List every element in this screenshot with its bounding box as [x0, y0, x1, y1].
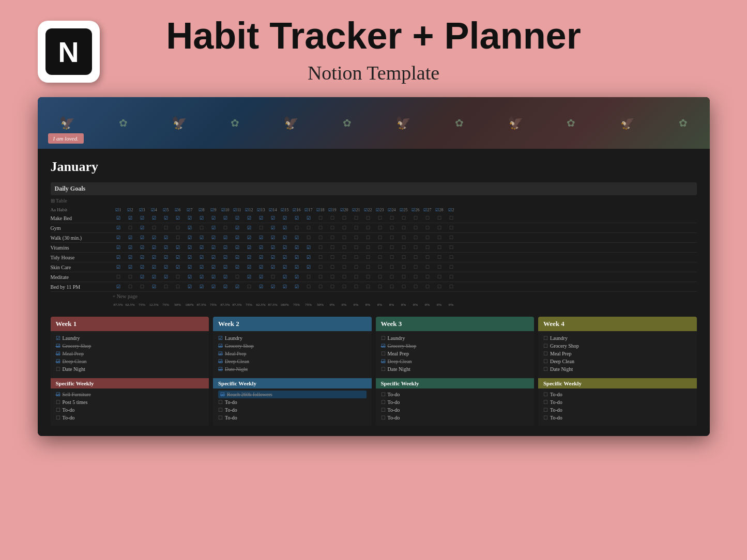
habit-check-1-24[interactable]: [398, 224, 409, 231]
habit-check-2-26[interactable]: [422, 234, 433, 241]
habit-check-5-10[interactable]: [232, 263, 243, 271]
habit-check-4-0[interactable]: [113, 254, 124, 261]
week-item-check-0-2[interactable]: ☑: [56, 351, 60, 356]
habit-check-0-10[interactable]: [232, 214, 243, 222]
habit-check-6-10[interactable]: [232, 273, 243, 281]
habit-check-4-15[interactable]: [291, 254, 302, 261]
habit-check-1-25[interactable]: [410, 224, 421, 231]
sw-item-check-1-3[interactable]: ☐: [218, 415, 223, 421]
habit-check-4-25[interactable]: [410, 254, 421, 261]
habit-check-2-14[interactable]: [279, 234, 291, 241]
habit-check-7-24[interactable]: [398, 283, 409, 290]
habit-check-0-24[interactable]: [398, 214, 409, 222]
habit-check-6-27[interactable]: [434, 273, 445, 281]
habit-check-7-10[interactable]: [232, 283, 243, 290]
habit-check-4-5[interactable]: [172, 254, 184, 261]
habit-check-6-18[interactable]: [327, 273, 338, 281]
habit-check-0-20[interactable]: [350, 214, 362, 222]
habit-check-5-28[interactable]: [446, 263, 457, 271]
habit-check-7-8[interactable]: [208, 283, 219, 290]
habit-check-3-12[interactable]: [255, 244, 267, 251]
habit-check-7-4[interactable]: [160, 283, 172, 290]
habit-check-4-7[interactable]: [196, 254, 207, 261]
habit-check-1-28[interactable]: [446, 224, 457, 231]
habit-check-1-2[interactable]: [136, 224, 148, 231]
habit-check-2-11[interactable]: [243, 234, 255, 241]
habit-check-0-21[interactable]: [362, 214, 374, 222]
habit-check-2-27[interactable]: [434, 234, 445, 241]
habit-check-6-1[interactable]: [125, 273, 136, 281]
habit-check-6-13[interactable]: [267, 273, 279, 281]
habit-check-6-14[interactable]: [279, 273, 291, 281]
habit-check-4-6[interactable]: [184, 254, 195, 261]
habit-check-5-8[interactable]: [208, 263, 219, 271]
habit-check-4-22[interactable]: [374, 254, 386, 261]
habit-check-7-22[interactable]: [374, 283, 386, 290]
habit-check-3-19[interactable]: [339, 244, 350, 251]
habit-check-6-22[interactable]: [374, 273, 386, 281]
habit-check-2-28[interactable]: [446, 234, 457, 241]
habit-check-7-6[interactable]: [184, 283, 195, 290]
habit-check-1-14[interactable]: [279, 224, 291, 231]
sw-item-check-1-1[interactable]: ☐: [218, 399, 223, 405]
habit-check-7-14[interactable]: [279, 283, 291, 290]
habit-check-0-16[interactable]: [303, 214, 314, 222]
habit-check-7-19[interactable]: [339, 283, 350, 290]
habit-check-1-21[interactable]: [362, 224, 374, 231]
habit-check-3-10[interactable]: [232, 244, 243, 251]
week-item-check-0-4[interactable]: ☐: [56, 366, 60, 372]
habit-check-7-5[interactable]: [172, 283, 184, 290]
habit-check-5-24[interactable]: [398, 263, 409, 271]
habit-check-3-25[interactable]: [410, 244, 421, 251]
habit-check-5-3[interactable]: [148, 263, 160, 271]
habit-check-5-12[interactable]: [255, 263, 267, 271]
habit-check-7-12[interactable]: [255, 283, 267, 290]
habit-check-5-21[interactable]: [362, 263, 374, 271]
habit-check-4-1[interactable]: [125, 254, 136, 261]
habit-check-1-20[interactable]: [350, 224, 362, 231]
habit-check-1-3[interactable]: [148, 224, 160, 231]
habit-check-7-16[interactable]: [303, 283, 314, 290]
habit-check-3-17[interactable]: [315, 244, 326, 251]
habit-check-4-21[interactable]: [362, 254, 374, 261]
habit-check-4-27[interactable]: [434, 254, 445, 261]
habit-check-6-9[interactable]: [220, 273, 231, 281]
habit-check-7-20[interactable]: [350, 283, 362, 290]
habit-check-3-15[interactable]: [291, 244, 302, 251]
habit-check-7-1[interactable]: [125, 283, 136, 290]
habit-check-7-26[interactable]: [422, 283, 433, 290]
habit-check-6-23[interactable]: [386, 273, 398, 281]
habit-check-3-21[interactable]: [362, 244, 374, 251]
habit-check-2-3[interactable]: [148, 234, 160, 241]
habit-check-6-3[interactable]: [148, 273, 160, 281]
habit-check-3-16[interactable]: [303, 244, 314, 251]
habit-check-2-22[interactable]: [374, 234, 386, 241]
habit-check-7-13[interactable]: [267, 283, 279, 290]
habit-check-2-1[interactable]: [125, 234, 136, 241]
habit-check-2-15[interactable]: [291, 234, 302, 241]
habit-check-6-11[interactable]: [243, 273, 255, 281]
habit-check-0-25[interactable]: [410, 214, 421, 222]
habit-check-3-1[interactable]: [125, 244, 136, 251]
week-item-check-3-0[interactable]: ☐: [543, 335, 548, 341]
habit-check-0-3[interactable]: [148, 214, 160, 222]
habit-check-3-0[interactable]: [113, 244, 124, 251]
habit-check-7-3[interactable]: [148, 283, 160, 290]
habit-check-2-6[interactable]: [184, 234, 195, 241]
habit-check-6-24[interactable]: [398, 273, 409, 281]
habit-check-5-23[interactable]: [386, 263, 398, 271]
sw-item-check-1-2[interactable]: ☐: [218, 407, 223, 413]
habit-check-6-6[interactable]: [184, 273, 195, 281]
habit-check-5-11[interactable]: [243, 263, 255, 271]
habit-check-5-27[interactable]: [434, 263, 445, 271]
habit-check-2-13[interactable]: [267, 234, 279, 241]
habit-check-1-15[interactable]: [291, 224, 302, 231]
sw-item-check-2-3[interactable]: ☐: [381, 415, 386, 421]
habit-check-4-8[interactable]: [208, 254, 219, 261]
habit-check-0-17[interactable]: [315, 214, 326, 222]
habit-check-7-28[interactable]: [446, 283, 457, 290]
habit-check-4-20[interactable]: [350, 254, 362, 261]
habit-check-6-15[interactable]: [291, 273, 302, 281]
habit-check-2-19[interactable]: [339, 234, 350, 241]
habit-check-1-9[interactable]: [220, 224, 231, 231]
